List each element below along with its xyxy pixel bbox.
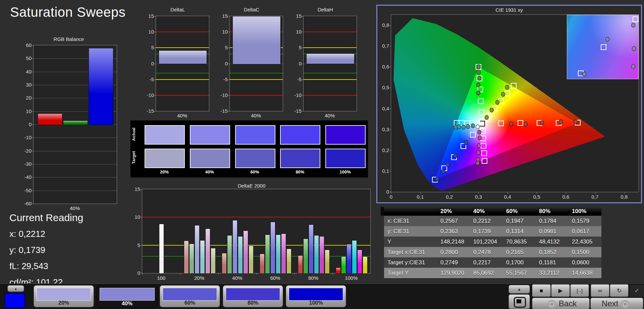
table-cell: 0,2749 (437, 257, 470, 268)
rgb-balance-plot: 6050403020100-10-20-30-40-50-60 (33, 45, 117, 204)
table-cell: 14,6638 (569, 268, 601, 278)
reference-line (156, 73, 209, 73)
x-tick-label: 0,3 (471, 194, 486, 200)
y-tick-label: 0,6 (378, 64, 389, 69)
pattern-button-60%[interactable]: 60% (160, 285, 220, 307)
range-icon: [··] (577, 288, 582, 294)
swatch-col-label: 40% (187, 169, 232, 174)
table-row: Target y:CIE310,27490,22170,17000,11810,… (384, 257, 601, 268)
y-tick-mark (32, 124, 34, 125)
cie-1931-panel: CIE 1931 xy 00,10,20,30,40,50,60,70,80,8… (376, 5, 642, 203)
y-tick-mark (302, 111, 304, 111)
table-cell: 0,2212 (470, 216, 503, 226)
y-tick-label: -15 (215, 108, 228, 114)
swatch-col-label: 100% (323, 169, 368, 174)
deltae-bar (265, 235, 270, 274)
y-tick-mark (389, 46, 391, 46)
table-cell: 129,9020 (437, 268, 470, 278)
y-tick-mark (32, 72, 34, 72)
target-swatch-60% (235, 149, 275, 168)
Red-bar (38, 113, 62, 125)
current-pattern-chip[interactable] (5, 293, 25, 308)
y-tick-label: 15 (141, 13, 154, 19)
deltae-bar (249, 246, 254, 274)
bottom-toolbar: ▲ 20%40%60%80%100% ▲ ■ ▶ [··] ∞ ↻ ✓ «Bac… (0, 284, 644, 309)
gridline (34, 177, 117, 177)
table-cell: 0,2800 (437, 247, 470, 257)
y-tick-label: 0 (215, 61, 228, 66)
y-tick-label: -10 (215, 92, 228, 98)
confirm-button[interactable]: ✓ (629, 284, 644, 298)
y-tick-label: 10 (19, 108, 32, 114)
table-header-cell: 60% (503, 207, 536, 216)
deltae-bar (363, 256, 368, 274)
y-tick-label: 15 (127, 186, 140, 192)
rgb-balance-chart: RGB Balance 6050403020100-10-20-30-40-50… (18, 36, 119, 214)
y-tick-mark (32, 191, 34, 191)
measurement-table: 20%40%60%80%100%x: CIE310,25670,22120,19… (384, 207, 601, 278)
measurement-marker (471, 123, 475, 128)
deltae-bar (232, 220, 237, 274)
y-tick-label: 50 (19, 55, 32, 61)
x-tick-mark (294, 273, 294, 275)
deltae-bar (325, 250, 330, 274)
reference-line (156, 95, 209, 96)
y-tick-label: 15 (215, 13, 228, 19)
back-chevron-icon: « (548, 300, 556, 308)
loop-button[interactable]: ↻ (610, 284, 629, 297)
chart-title: DeltaH (292, 7, 359, 12)
y-tick-label: 10 (127, 214, 140, 220)
pattern-button-20%[interactable]: 20% (34, 285, 94, 307)
Green-bar (63, 120, 88, 125)
y-tick-label: 10 (289, 29, 302, 35)
y-tick-label: -50 (19, 188, 32, 193)
y-tick-mark (389, 25, 391, 25)
deltae-bar (270, 222, 275, 274)
inset-target-marker (601, 44, 606, 50)
y-tick-mark (154, 16, 156, 16)
target-row-label: Target (131, 149, 137, 167)
deltae-bar (352, 240, 357, 274)
back-button[interactable]: «Back (532, 298, 590, 309)
pattern-up-button[interactable]: ▲ (7, 285, 24, 292)
y-tick-label: -40 (19, 174, 32, 180)
reference-line (230, 95, 283, 96)
pattern-button-80%[interactable]: 80% (223, 285, 283, 307)
delta-h-plot: 151050-5-10-15 (303, 16, 357, 111)
pattern-window-button[interactable] (508, 294, 530, 309)
pattern-window-up-button[interactable]: ▲ (508, 285, 530, 294)
y-tick-mark (154, 64, 156, 64)
check-icon: ✓ (634, 288, 639, 294)
next-button[interactable]: Next» (590, 298, 643, 309)
target-marker (479, 109, 484, 115)
x-tick-mark (332, 273, 333, 275)
reference-line (230, 79, 283, 80)
y-tick-label: -5 (289, 76, 302, 82)
measurement-marker (453, 153, 458, 158)
chart-title: DeltaE 2000 (130, 183, 373, 189)
stop-button[interactable]: ■ (532, 284, 551, 297)
target-marker (482, 158, 487, 164)
pattern-button-100%[interactable]: 100% (286, 285, 346, 307)
x-axis-label: 40% (303, 113, 356, 118)
deltae-bar (336, 267, 341, 274)
swatch-col-label: 60% (232, 169, 277, 174)
play-button[interactable]: ▶ (551, 284, 570, 297)
continuous-measure-button[interactable]: ∞ (591, 284, 609, 297)
row-label: Target Y (384, 268, 437, 278)
y-tick-label: -60 (19, 201, 32, 206)
single-measure-button[interactable]: [··] (570, 284, 589, 297)
x-tick-mark (595, 192, 595, 194)
x-tick-mark (218, 273, 219, 275)
deltae-bar (303, 239, 308, 274)
gridline (34, 151, 117, 151)
target-swatch-40% (190, 149, 230, 168)
table-cell: 85,0692 (470, 268, 503, 278)
deltae-bar (260, 254, 265, 274)
y-tick-mark (389, 150, 391, 151)
y-tick-mark (32, 58, 34, 59)
y-tick-label: -10 (289, 92, 302, 98)
pattern-button-40%[interactable]: 40% (97, 285, 158, 308)
measurement-marker (477, 64, 481, 69)
x-group-label: 100% (332, 275, 370, 281)
